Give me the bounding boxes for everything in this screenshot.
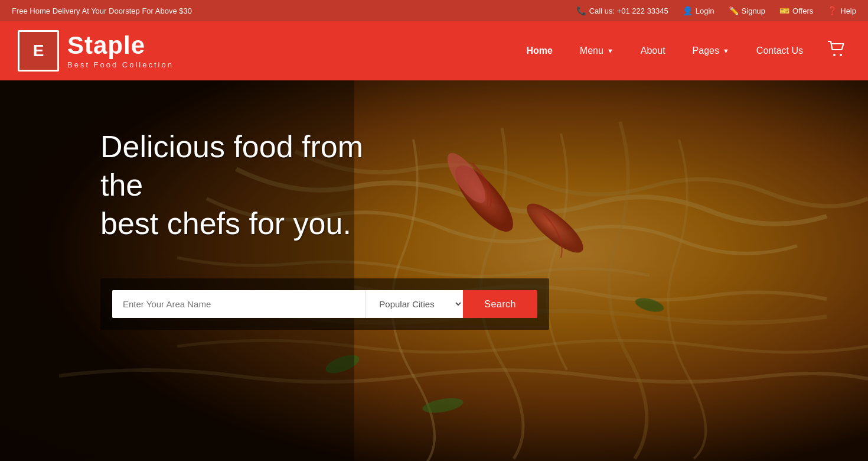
menu-dropdown-arrow: ▼	[607, 47, 614, 54]
promo-text: Free Home Delivery At Your Doorstep For …	[12, 7, 192, 15]
brand-logo: E	[18, 30, 59, 72]
svg-point-1	[840, 54, 842, 56]
login-link[interactable]: 👤 Login	[683, 6, 714, 15]
nav-item-home[interactable]: Home	[515, 40, 563, 62]
cart-icon[interactable]	[823, 36, 850, 66]
top-bar-right: 📞 Call us: +01 222 33345 👤 Login ✏️ Sign…	[576, 6, 856, 15]
svg-point-0	[833, 54, 836, 56]
login-icon: 👤	[683, 6, 693, 15]
nav-item-menu[interactable]: Menu ▼	[569, 40, 624, 62]
nav-links: Home Menu ▼ About Pages ▼ Contact Us	[515, 40, 814, 62]
nav-contact-link[interactable]: Contact Us	[746, 40, 814, 62]
hero-title: Delicious food from the best chefs for y…	[100, 128, 396, 243]
brand-text: Staple Best Food Collection	[67, 33, 174, 69]
top-bar: Free Home Delivery At Your Doorstep For …	[0, 0, 868, 21]
city-select[interactable]: Popular Cities New York Los Angeles Chic…	[366, 290, 463, 318]
nav-menu-link[interactable]: Menu ▼	[569, 40, 624, 62]
signup-link[interactable]: ✏️ Signup	[729, 6, 765, 15]
brand-tagline: Best Food Collection	[67, 60, 174, 69]
signup-icon: ✏️	[729, 6, 739, 15]
help-icon: ❓	[827, 6, 837, 15]
nav-item-about[interactable]: About	[630, 40, 676, 62]
nav-pages-link[interactable]: Pages ▼	[682, 40, 740, 62]
brand[interactable]: E Staple Best Food Collection	[18, 30, 174, 72]
brand-name: Staple	[67, 33, 174, 58]
help-link[interactable]: ❓ Help	[827, 6, 856, 15]
search-button[interactable]: Search	[463, 290, 537, 318]
hero-content: Delicious food from the best chefs for y…	[0, 80, 868, 330]
offers-link[interactable]: 🎫 Offers	[779, 6, 813, 15]
nav-item-contact[interactable]: Contact Us	[746, 40, 814, 62]
phone-link[interactable]: 📞 Call us: +01 222 33345	[576, 6, 668, 15]
offers-icon: 🎫	[779, 6, 789, 15]
navbar: E Staple Best Food Collection Home Menu …	[0, 21, 868, 80]
search-input[interactable]	[112, 290, 366, 318]
phone-icon: 📞	[576, 6, 586, 15]
pages-dropdown-arrow: ▼	[723, 47, 729, 54]
hero-section: Delicious food from the best chefs for y…	[0, 80, 868, 461]
nav-home-link[interactable]: Home	[515, 40, 563, 62]
nav-item-pages[interactable]: Pages ▼	[682, 40, 740, 62]
search-box: Popular Cities New York Los Angeles Chic…	[100, 278, 549, 330]
nav-about-link[interactable]: About	[630, 40, 676, 62]
